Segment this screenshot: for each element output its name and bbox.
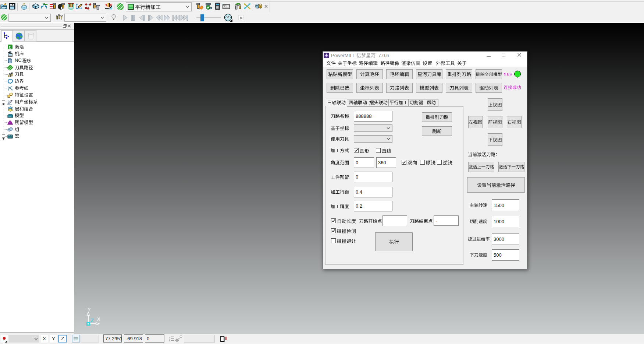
svg-text:Y: Y [88, 307, 91, 312]
svg-text:z: z [169, 340, 170, 341]
svg-text:Z: Z [90, 317, 94, 323]
svg-text:X: X [97, 316, 100, 322]
